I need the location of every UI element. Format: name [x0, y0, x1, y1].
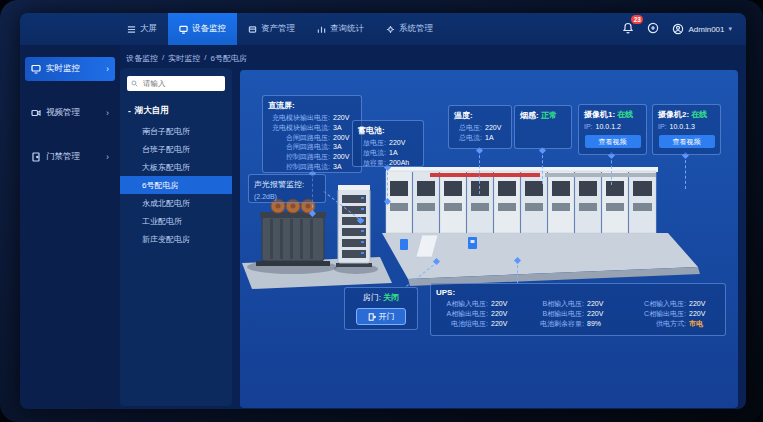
status-badge: 正常 — [541, 111, 557, 120]
tree-item[interactable]: 大板东配电所 — [120, 158, 232, 176]
camera2-panel: 摄像机2: 在线 IP:10.0.1.3 查看视频 — [652, 104, 721, 155]
sidebar-label: 门禁管理 — [46, 151, 80, 163]
metric-value: 220V — [485, 123, 501, 133]
metric-label: 供电方式: — [634, 319, 686, 329]
sidebar-item-video-management[interactable]: 视频管理 › — [25, 101, 115, 125]
monitor-icon — [31, 64, 41, 74]
switchgear-cabinet-row — [386, 171, 656, 233]
status-badge: 在线 — [691, 110, 707, 119]
collapse-icon[interactable]: - — [128, 106, 131, 116]
view-video-button[interactable]: 查看视频 — [585, 135, 641, 148]
device-bezel: 大屏 设备监控 资产管理 查询统计 系统管理 23 — [0, 0, 763, 422]
sidebar-item-realtime-monitoring[interactable]: 实时监控 › — [25, 57, 115, 81]
metric-value: 200Ah — [389, 158, 409, 168]
metric-label: 控制回路电流: — [268, 162, 330, 172]
tree-item[interactable]: 工业配电所 — [120, 212, 232, 230]
supply-mode-value: 市电 — [689, 319, 703, 329]
metric-value: 3A — [333, 162, 342, 172]
nav-item-system-management[interactable]: 系统管理 — [375, 13, 444, 45]
tree-item[interactable]: 台班子配电所 — [120, 140, 232, 158]
metric-value: 200V — [333, 133, 349, 143]
metric-value: 220V — [689, 299, 705, 309]
sidebar-item-access-control[interactable]: 门禁管理 › — [25, 145, 115, 169]
chevron-down-icon: ▾ — [728, 25, 732, 33]
nav-item-device-monitoring[interactable]: 设备监控 — [168, 13, 237, 45]
ups-metrics-grid: A相输入电压:220V B相输入电压:220V C相输入电压:220V A相输出… — [436, 299, 720, 328]
notifications-button[interactable]: 23 — [622, 20, 634, 38]
open-door-button[interactable]: 开门 — [356, 308, 406, 325]
metric-label: 充电模块输出电压: — [268, 113, 330, 123]
metric-label: C相输出电压: — [634, 309, 686, 319]
battery-rack-cabinet — [336, 185, 372, 267]
panel-title: UPS: — [436, 288, 720, 297]
view-video-button[interactable]: 查看视频 — [659, 135, 715, 148]
door-open-icon — [368, 313, 376, 321]
chevron-right-icon: › — [106, 152, 109, 162]
connector-line — [685, 155, 686, 189]
metric-label: A相输出电压: — [436, 309, 488, 319]
tree-root-node[interactable]: - 湖大自用 — [120, 100, 232, 122]
ups-panel: UPS: A相输入电压:220V B相输入电压:220V C相输入电压:220V… — [430, 283, 726, 336]
metric-value: 220V — [689, 309, 705, 319]
breadcrumb-item[interactable]: 实时监控 — [168, 53, 200, 64]
fullscreen-button[interactable] — [647, 20, 659, 38]
connector-line — [611, 155, 612, 185]
bell-icon — [622, 22, 634, 34]
battery-panel: 蓄电池: 放电压:220V 放电流:1A 放容量:200Ah — [352, 120, 424, 167]
tree-root-label: 湖大自用 — [135, 105, 169, 117]
door-icon — [31, 152, 41, 162]
transformer — [256, 199, 330, 266]
panel-title: 摄像机1: — [584, 110, 615, 119]
nav-item-dashboard[interactable]: 大屏 — [116, 13, 168, 45]
nav-item-query-statistics[interactable]: 查询统计 — [306, 13, 375, 45]
metric-label: 控制回路电压: — [268, 152, 330, 162]
box-icon — [248, 25, 257, 34]
user-menu[interactable]: Admin001 ▾ — [672, 23, 732, 35]
metric-label: A相输入电压: — [436, 299, 488, 309]
nav-label: 资产管理 — [261, 23, 295, 35]
metric-value: 200V — [333, 152, 349, 162]
menu-icon — [127, 25, 136, 34]
metric-value: 3A — [333, 123, 342, 133]
metric-label: 放电压: — [358, 138, 386, 148]
metric-value: (2.2dB) — [254, 192, 277, 202]
tree-item[interactable]: 新庄变配电房 — [120, 230, 232, 248]
nav-item-asset-management[interactable]: 资产管理 — [237, 13, 306, 45]
panel-title: 温度: — [454, 110, 506, 121]
avatar-icon — [672, 23, 684, 35]
sound-alarm-panel: 声光报警监控: (2.2dB) — [248, 174, 326, 203]
search-input[interactable] — [141, 78, 221, 89]
metric-label: C相输入电压: — [634, 299, 686, 309]
metric-value: 220V — [333, 113, 349, 123]
tree-item[interactable]: 南台子配电所 — [120, 122, 232, 140]
station-tree-panel: - 湖大自用 南台子配电所 台班子配电所 大板东配电所 6号配电房 永成北配电所… — [120, 68, 232, 406]
chart-icon — [317, 25, 326, 34]
connector-line — [542, 150, 543, 184]
breadcrumb-item[interactable]: 设备监控 — [126, 53, 158, 64]
nav-label: 查询统计 — [330, 23, 364, 35]
metric-label: 充电模块输出电流: — [268, 123, 330, 133]
metric-value: 1A — [485, 133, 494, 143]
video-camera-icon — [31, 108, 41, 118]
breadcrumb-separator: / — [204, 53, 206, 64]
chevron-right-icon: › — [106, 64, 109, 74]
tree-list: - 湖大自用 南台子配电所 台班子配电所 大板东配电所 6号配电房 永成北配电所… — [120, 100, 232, 248]
metric-value: 220V — [389, 138, 405, 148]
app-window: 大屏 设备监控 资产管理 查询统计 系统管理 23 — [20, 13, 746, 409]
door-label: 房门: — [363, 293, 381, 302]
sidebar-label: 视频管理 — [46, 107, 80, 119]
metric-label: B相输出电压: — [532, 309, 584, 319]
door-panel: 房门: 关闭 开门 — [344, 287, 418, 330]
metric-value: 220V — [491, 309, 507, 319]
metric-value: 89% — [587, 319, 601, 329]
metric-label: 合闸回路电流: — [268, 142, 330, 152]
connector-line — [387, 167, 388, 201]
panel-title: 蓄电池: — [358, 125, 418, 136]
username: Admin001 — [688, 25, 724, 34]
camera1-panel: 摄像机1: 在线 IP:10.0.1.2 查看视频 — [578, 104, 647, 155]
top-nav: 大屏 设备监控 资产管理 查询统计 系统管理 23 — [20, 13, 746, 45]
tree-item[interactable]: 永成北配电所 — [120, 194, 232, 212]
tree-item-selected[interactable]: 6号配电房 — [120, 176, 232, 194]
monitor-icon — [179, 25, 188, 34]
metric-value: 220V — [491, 299, 507, 309]
